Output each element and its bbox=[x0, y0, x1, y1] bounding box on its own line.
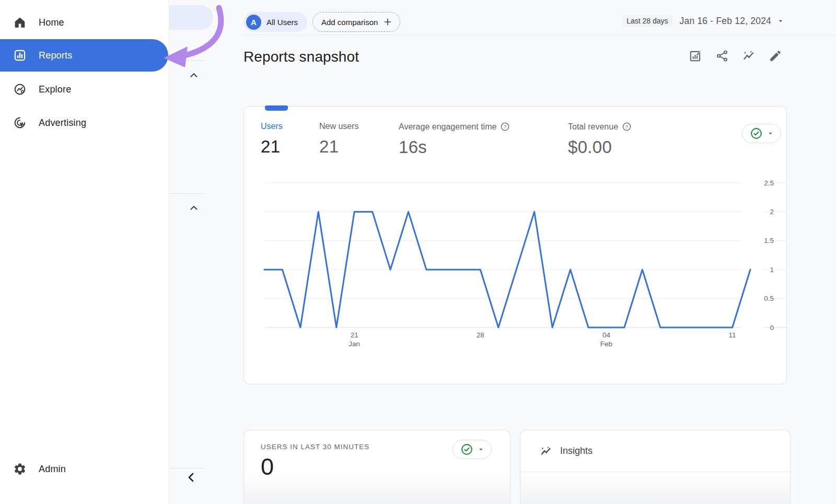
x-axis-tick-label: 21 bbox=[351, 331, 358, 339]
divider bbox=[170, 60, 205, 61]
insights-card: Insights bbox=[520, 430, 791, 504]
explore-icon bbox=[13, 83, 27, 96]
sidebar-item-advertising[interactable]: Advertising bbox=[0, 108, 168, 138]
caret-down-icon bbox=[777, 18, 784, 24]
sidebar: Home Reports Explore Advertising Admin bbox=[0, 0, 169, 504]
realtime-card-value: 0 bbox=[261, 453, 274, 480]
date-range-selector[interactable]: Last 28 days Jan 16 - Feb 12, 2024 bbox=[622, 15, 784, 27]
y-axis-tick-label: 0.5 bbox=[764, 295, 774, 302]
summary-card: Users 21 New users 21 Average engagement… bbox=[243, 106, 787, 384]
chevron-up-icon[interactable] bbox=[188, 69, 200, 81]
home-icon bbox=[13, 16, 27, 29]
x-axis-tick-label: 28 bbox=[477, 331, 484, 339]
sidebar-item-admin[interactable]: Admin bbox=[0, 454, 168, 484]
segment-chip-label: All Users bbox=[266, 18, 298, 27]
advertising-icon bbox=[13, 116, 27, 130]
realtime-card: USERS IN LAST 30 MINUTES 0 bbox=[243, 430, 510, 504]
users-over-time-chart: 00.511.522.521Jan2804Feb11 bbox=[244, 107, 787, 385]
plus-icon bbox=[383, 17, 392, 27]
gear-icon bbox=[13, 462, 27, 476]
sidebar-item-label: Admin bbox=[39, 464, 66, 475]
y-axis-tick-label: 1 bbox=[770, 266, 774, 274]
sidebar-item-label: Advertising bbox=[39, 118, 86, 128]
caret-down-icon bbox=[478, 447, 484, 452]
realtime-card-label: USERS IN LAST 30 MINUTES bbox=[261, 443, 369, 451]
y-axis-tick-label: 0 bbox=[770, 324, 774, 332]
collapse-panel-icon[interactable] bbox=[185, 471, 198, 484]
sidebar-item-label: Reports bbox=[39, 50, 72, 61]
date-range-text: Jan 16 - Feb 12, 2024 bbox=[680, 16, 771, 27]
bar-chart-icon bbox=[13, 49, 27, 62]
y-axis-tick-label: 2.5 bbox=[764, 179, 774, 187]
avatar: A bbox=[246, 15, 261, 30]
add-comparison-button[interactable]: Add comparison bbox=[312, 12, 400, 32]
data-quality-dropdown[interactable] bbox=[452, 440, 492, 459]
edit-icon[interactable] bbox=[769, 49, 782, 63]
chevron-up-icon[interactable] bbox=[188, 202, 200, 214]
check-circle-icon bbox=[460, 443, 473, 456]
divider bbox=[170, 193, 205, 194]
sidebar-item-label: Home bbox=[39, 17, 64, 28]
insights-sparkle-icon bbox=[540, 445, 552, 458]
insights-card-header: Insights bbox=[520, 430, 790, 472]
add-comparison-label: Add comparison bbox=[321, 18, 378, 27]
divider bbox=[243, 34, 836, 35]
customize-report-icon[interactable] bbox=[689, 49, 702, 63]
all-users-segment-chip[interactable]: A All Users bbox=[243, 12, 307, 32]
date-preset-badge: Last 28 days bbox=[622, 15, 672, 27]
sidebar-item-explore[interactable]: Explore bbox=[0, 74, 168, 104]
y-axis-tick-label: 1.5 bbox=[764, 237, 774, 244]
divider bbox=[170, 468, 205, 468]
x-axis-tick-label: Jan bbox=[349, 340, 360, 348]
insights-card-title: Insights bbox=[560, 446, 593, 456]
sidebar-item-home[interactable]: Home bbox=[0, 7, 168, 38]
insights-icon[interactable] bbox=[742, 49, 756, 63]
y-axis-tick-label: 2 bbox=[770, 208, 774, 216]
x-axis-tick-label: 11 bbox=[729, 331, 736, 339]
sidebar-item-reports[interactable]: Reports bbox=[0, 39, 168, 72]
sidebar-item-label: Explore bbox=[39, 84, 71, 95]
share-icon[interactable] bbox=[715, 49, 729, 63]
report-nav-rail bbox=[169, 0, 213, 504]
topbar: A All Users Add comparison Last 28 days … bbox=[169, 0, 836, 35]
x-axis-tick-label: Feb bbox=[600, 340, 612, 348]
x-axis-tick-label: 04 bbox=[602, 331, 611, 339]
